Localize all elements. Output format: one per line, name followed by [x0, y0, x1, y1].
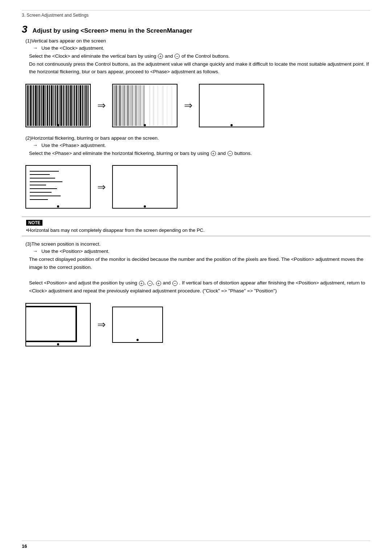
svg-rect-45 [131, 85, 133, 126]
svg-rect-30 [82, 85, 83, 126]
pos-svg [26, 304, 90, 346]
svg-rect-50 [142, 85, 142, 126]
svg-rect-28 [78, 85, 79, 126]
svg-rect-51 [143, 85, 145, 126]
svg-rect-49 [139, 85, 141, 126]
step2-label: (2)Horizontal flickering, blurring or ba… [25, 135, 370, 141]
bottom-rule [22, 541, 370, 541]
svg-rect-74 [26, 304, 90, 346]
svg-rect-37 [115, 85, 117, 126]
circle-plus-3a: + [139, 281, 144, 286]
svg-rect-44 [130, 85, 131, 126]
svg-rect-12 [47, 85, 48, 126]
svg-rect-53 [153, 85, 154, 126]
section-title: Adjust by using <Screen> menu in the Scr… [33, 27, 192, 34]
svg-rect-5 [33, 85, 34, 126]
arrow-sym-1: → [33, 45, 38, 51]
svg-rect-47 [135, 85, 137, 126]
svg-point-76 [57, 343, 59, 345]
clean-svg [200, 85, 264, 127]
svg-point-60 [230, 124, 233, 126]
monitor7-correct [112, 307, 163, 343]
svg-rect-59 [200, 85, 264, 127]
step1-arrow-line: → Use the <Clock> adjustment. [33, 45, 370, 51]
step3-desc2: Select <Position> and adjust the positio… [29, 280, 137, 286]
svg-rect-77 [113, 307, 162, 342]
diagram-arrow-1: ⇒ [97, 99, 106, 111]
svg-rect-41 [123, 85, 125, 126]
breadcrumb: 3. Screen Adjustment and Settings [22, 13, 370, 18]
svg-rect-54 [157, 85, 158, 126]
svg-rect-21 [65, 85, 65, 126]
svg-rect-9 [41, 85, 42, 126]
section-header: 3 Adjust by using <Screen> menu in the S… [22, 24, 370, 34]
step1-desc1b: and [165, 53, 173, 59]
circle-plus-2: + [211, 151, 216, 156]
step1-label: (1)Vertical bars appear on the screen [25, 38, 370, 44]
monitor3-wrap [199, 84, 264, 127]
svg-rect-27 [76, 85, 77, 126]
circle-minus-1: − [175, 54, 180, 59]
phase-svg [26, 166, 90, 208]
svg-rect-67 [30, 188, 57, 189]
step3-block: (3)The screen position is incorrect. → U… [25, 241, 370, 295]
svg-rect-52 [149, 85, 150, 126]
svg-rect-38 [118, 85, 118, 126]
note-text: •Horizontal bars may not completely disa… [26, 227, 366, 233]
step1-diagrams: ⇒ [25, 84, 370, 127]
svg-rect-1 [27, 85, 28, 126]
step1-arrow-text: Use the <Clock> adjustment. [41, 45, 104, 51]
diagram-arrow-3: ⇒ [97, 181, 106, 193]
monitor7-wrap [112, 307, 163, 343]
svg-rect-33 [87, 85, 89, 126]
svg-rect-66 [30, 185, 46, 185]
svg-rect-64 [30, 178, 55, 178]
step1-desc: Select the <Clock> and eliminate the ver… [29, 52, 370, 76]
step2-arrow-line: → Use the <Phase> adjustment. [33, 142, 370, 148]
step3-arrow-line: → Use the <Position> adjustment. [33, 248, 370, 254]
svg-rect-16 [55, 85, 56, 126]
circle-minus-3a: − [147, 281, 152, 286]
svg-rect-40 [122, 85, 123, 126]
svg-point-78 [136, 339, 139, 341]
svg-rect-42 [126, 85, 126, 126]
svg-point-58 [144, 124, 146, 126]
monitor5-clean [112, 165, 177, 209]
clean-svg2 [113, 166, 177, 208]
svg-rect-23 [68, 85, 69, 126]
svg-rect-22 [66, 85, 68, 126]
note-box: NOTE •Horizontal bars may not completely… [22, 217, 370, 236]
step3-desc: The correct displayed position of the mo… [29, 255, 370, 295]
diagram-arrow-4: ⇒ [97, 319, 106, 331]
monitor6-pos [25, 303, 91, 346]
step3-diagrams: ⇒ [25, 303, 370, 346]
svg-rect-18 [59, 85, 60, 126]
svg-rect-3 [30, 85, 31, 126]
svg-rect-31 [84, 85, 85, 126]
svg-rect-11 [45, 85, 46, 126]
step2-desc1: Select the <Phase> and eliminate the hor… [29, 151, 209, 156]
circle-plus-1: + [158, 54, 163, 59]
svg-rect-24 [70, 85, 72, 126]
diagram-arrow-2: ⇒ [184, 99, 192, 111]
svg-point-73 [144, 205, 146, 208]
monitor3-clean [199, 84, 264, 127]
note-label: NOTE [26, 220, 42, 226]
step2-desc: Select the <Phase> and eliminate the hor… [29, 149, 370, 157]
step2-arrow-text: Use the <Phase> adjustment. [41, 143, 106, 148]
step3-label: (3)The screen position is incorrect. [25, 241, 370, 247]
svg-rect-36 [114, 85, 115, 126]
monitor2-wrap [112, 84, 177, 127]
step3-desc1: The correct displayed position of the mo… [29, 257, 363, 270]
svg-rect-70 [30, 199, 48, 200]
svg-rect-17 [57, 85, 58, 126]
svg-rect-20 [63, 85, 64, 126]
svg-rect-69 [30, 196, 61, 196]
step2-desc1c: buttons. [234, 151, 252, 156]
svg-point-71 [57, 205, 59, 208]
svg-rect-6 [35, 85, 37, 126]
monitor4-wrap [25, 165, 91, 209]
svg-point-34 [57, 124, 59, 126]
monitor1-wrap [25, 84, 91, 127]
step1-desc2: Do not continuously press the Control bu… [29, 61, 369, 75]
